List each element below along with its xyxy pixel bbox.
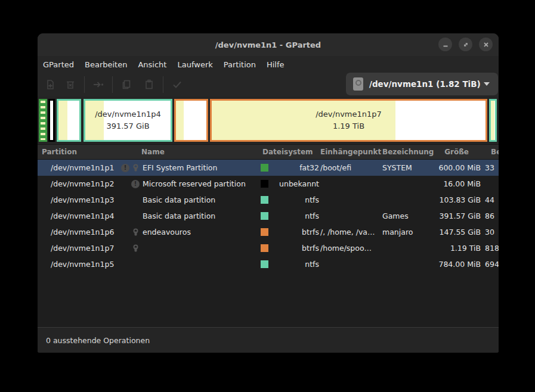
warning-icon: ! [131, 180, 140, 188]
col-size: Größe [420, 148, 481, 156]
toolbar-separator [112, 76, 113, 93]
disk-block-p4[interactable]: /dev/nvme1n1p4 391.57 GiB [84, 99, 172, 142]
menu-laufwerk[interactable]: Laufwerk [172, 57, 218, 72]
resize-move-icon [92, 79, 105, 91]
device-selector-label: /dev/nvme1n1 (1.82 TiB) [369, 79, 481, 89]
disk-block-p7-name: /dev/nvme1n1p7 [316, 108, 382, 120]
new-partition-button[interactable] [41, 76, 59, 94]
toolbar-separator [84, 76, 85, 93]
menu-partition[interactable]: Partition [218, 57, 261, 72]
menu-ansicht[interactable]: Ansicht [132, 57, 172, 72]
col-filesystem: Dateisystem [261, 148, 319, 156]
menubar: GParted Bearbeiten Ansicht Laufwerk Part… [38, 56, 499, 73]
fs-color-swatch [261, 260, 268, 268]
fs-color-swatch [261, 244, 268, 252]
disk-map: /dev/nvme1n1p4 391.57 GiB /dev/nvme1n1p7… [38, 97, 499, 145]
new-partition-icon [44, 79, 56, 91]
disk-block-p7-size: 1.19 TiB [333, 120, 364, 132]
disk-block-p4-name: /dev/nvme1n1p4 [95, 108, 161, 120]
titlebar[interactable]: /dev/nvme1n1 - GParted [38, 33, 499, 56]
col-used: Benutzt [481, 148, 499, 156]
disk-block-p4-size: 391.57 GiB [106, 120, 149, 132]
col-partition: Partition [42, 148, 113, 156]
hard-drive-icon [353, 77, 363, 91]
col-label: Bezeichnung [381, 148, 420, 156]
toolbar: /dev/nvme1n1 (1.82 TiB) [38, 73, 499, 97]
desktop-background: /dev/nvme1n1 - GParted [0, 0, 535, 392]
disk-block-p2[interactable] [48, 99, 55, 142]
copy-icon [120, 79, 132, 91]
paste-button[interactable] [140, 76, 158, 94]
warning-icon: ! [121, 164, 129, 172]
lock-icon [132, 244, 140, 253]
fs-color-swatch [261, 228, 268, 236]
statusbar: 0 ausstehende Operationen [38, 327, 499, 353]
apply-operations-button[interactable] [168, 76, 186, 94]
lock-icon [132, 164, 140, 172]
close-icon [483, 41, 490, 48]
fs-color-swatch [261, 180, 268, 188]
fs-color-swatch [261, 212, 268, 220]
partition-table: Partition Name Dateisystem Einhängepunkt… [38, 145, 499, 327]
table-row[interactable]: /dev/nvme1n1p1 ! EFI System Partition fa… [38, 160, 499, 176]
table-row[interactable]: /dev/nvme1n1p3 Basic data partition ntfs… [38, 192, 499, 208]
menu-bearbeiten[interactable]: Bearbeiten [79, 57, 132, 72]
fs-color-swatch [261, 196, 268, 204]
delete-partition-button[interactable] [61, 76, 79, 94]
gparted-window: /dev/nvme1n1 - GParted [38, 33, 499, 353]
copy-button[interactable] [117, 76, 135, 94]
disk-block-p7[interactable]: /dev/nvme1n1p7 1.19 TiB [210, 99, 487, 142]
table-row[interactable]: /dev/nvme1n1p5 ntfs 784.00 MiB 694 [38, 256, 499, 272]
table-row[interactable]: /dev/nvme1n1p6 endeavouros btrfs /, /hom… [38, 224, 499, 240]
pending-operations-status: 0 ausstehende Operationen [46, 336, 150, 345]
lock-icon [132, 228, 140, 237]
resize-move-button[interactable] [89, 76, 107, 94]
table-header: Partition Name Dateisystem Einhängepunkt… [38, 145, 499, 160]
paste-icon [143, 79, 155, 91]
restore-icon [462, 41, 469, 48]
disk-block-p5[interactable] [489, 99, 497, 142]
apply-check-icon [171, 79, 184, 91]
table-row[interactable]: /dev/nvme1n1p7 btrfs /home/spoo… 1.19 Ti… [38, 240, 499, 256]
window-title: /dev/nvme1n1 - GParted [215, 41, 321, 49]
disk-block-p1[interactable] [39, 99, 47, 142]
menu-hilfe[interactable]: Hilfe [261, 57, 290, 72]
disk-block-p6[interactable] [174, 99, 208, 142]
table-row[interactable]: /dev/nvme1n1p4 Basic data partition ntfs… [38, 208, 499, 224]
chevron-down-icon [484, 82, 490, 86]
disk-block-p3[interactable] [57, 99, 81, 142]
minimize-button[interactable] [438, 38, 452, 51]
close-button[interactable] [479, 38, 493, 51]
restore-button[interactable] [459, 38, 472, 51]
menu-gparted[interactable]: GParted [38, 57, 79, 72]
col-name: Name [141, 148, 261, 156]
table-row[interactable]: /dev/nvme1n1p2 ! Microsoft reserved part… [38, 176, 499, 192]
toolbar-separator [163, 76, 163, 93]
delete-partition-icon [64, 79, 76, 91]
fs-color-swatch [261, 164, 268, 172]
col-mountpoint: Einhängepunkt [319, 148, 381, 156]
device-selector[interactable]: /dev/nvme1n1 (1.82 TiB) [346, 73, 498, 95]
minimize-icon [442, 41, 449, 48]
